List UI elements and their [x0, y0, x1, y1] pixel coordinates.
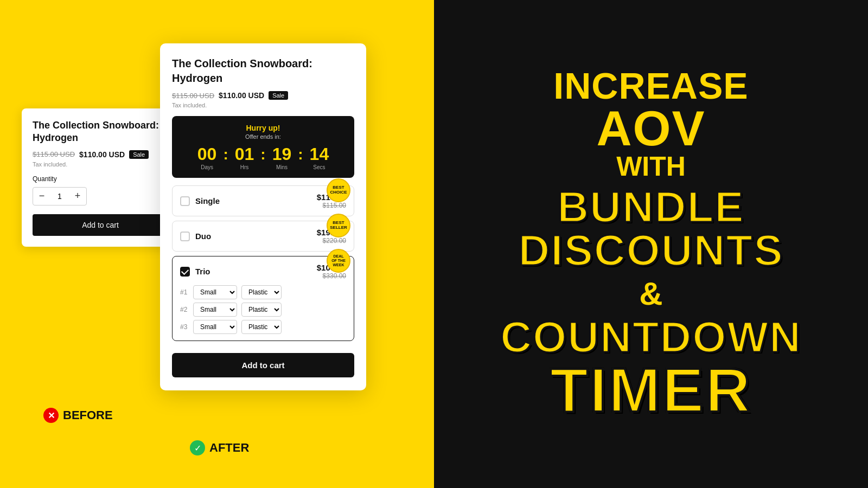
- countdown-secs: 14 Secs: [310, 145, 329, 170]
- countdown-digits: 00 Days : 01 Hrs : 19 Mins : 14 Secs: [181, 145, 346, 170]
- before-x-icon: ✕: [43, 408, 59, 423]
- variant-row-3: #3 Small Medium Large Plastic Metal Wood: [180, 320, 346, 334]
- after-tax-text: Tax included.: [172, 102, 354, 108]
- before-qty-value: 1: [50, 192, 69, 201]
- bundle-orig-price-trio: $330.00: [317, 272, 346, 280]
- variant-num-3: #3: [180, 323, 189, 331]
- after-card: The Collection Snowboard: Hydrogen $115.…: [160, 43, 366, 390]
- variant-row-2: #2 Small Medium Large Plastic Metal Wood: [180, 303, 346, 317]
- countdown-days-label: Days: [201, 164, 213, 170]
- headline-countdown: COUNTDOWN: [500, 316, 802, 359]
- after-product-title: The Collection Snowboard: Hydrogen: [172, 56, 354, 86]
- offer-text: Offer ends in:: [181, 133, 346, 140]
- bundle-checkbox-duo[interactable]: [180, 232, 190, 241]
- before-label-text: BEFORE: [63, 408, 113, 422]
- variant-material-2[interactable]: Plastic Metal Wood: [241, 303, 282, 317]
- variant-row-1: #1 Small Medium Large Plastic Metal Wood: [180, 285, 346, 299]
- before-qty-plus[interactable]: +: [69, 188, 86, 205]
- right-panel: INCREASE AOV WITH BUNDLE DISCOUNTS & COU…: [434, 0, 868, 488]
- headline-aov: AOV: [596, 104, 705, 153]
- after-sale-price: $110.00 USD: [219, 91, 264, 100]
- before-qty-stepper[interactable]: − 1 +: [33, 187, 87, 206]
- countdown-secs-label: Secs: [313, 164, 325, 170]
- countdown-days-num: 00: [197, 145, 217, 163]
- countdown-days: 00 Days: [197, 145, 217, 170]
- bundle-option-trio[interactable]: DEALOF THEWEEK Trio $100.00 $330.00 #1 S…: [172, 256, 354, 341]
- headline-discounts: DISCOUNTS: [518, 229, 783, 272]
- bundle-checkbox-trio[interactable]: [180, 267, 190, 277]
- before-product-title: The Collection Snowboard: Hydrogen: [33, 119, 168, 145]
- badge-best-choice: BESTCHOICE: [327, 178, 350, 202]
- before-card: The Collection Snowboard: Hydrogen $115.…: [22, 108, 179, 247]
- headline-increase: INCREASE: [553, 67, 748, 104]
- before-original-price: $115.00 USD: [33, 150, 75, 158]
- countdown-mins: 19 Mins: [272, 145, 292, 170]
- countdown-hours-num: 01: [235, 145, 254, 163]
- bundle-option-duo[interactable]: BESTSELLER Duo $198.00 $220.00: [172, 221, 354, 252]
- variant-size-3[interactable]: Small Medium Large: [193, 320, 237, 334]
- before-qty-minus[interactable]: −: [33, 188, 50, 205]
- headline-bundle: BUNDLE: [557, 185, 744, 229]
- variant-num-1: #1: [180, 288, 189, 296]
- bundle-checkbox-single[interactable]: [180, 196, 190, 206]
- bundle-orig-price-duo: $220.00: [317, 237, 346, 245]
- countdown-hours: 01 Hrs: [235, 145, 254, 170]
- after-sale-badge: Sale: [269, 91, 288, 100]
- after-add-to-cart-button[interactable]: Add to cart: [172, 353, 354, 377]
- countdown-mins-label: Mins: [276, 164, 288, 170]
- variant-rows: #1 Small Medium Large Plastic Metal Wood…: [180, 285, 346, 334]
- countdown-sep-3: :: [298, 147, 303, 170]
- countdown-box: Hurry up! Offer ends in: 00 Days : 01 Hr…: [172, 116, 354, 178]
- variant-material-1[interactable]: Plastic Metal Wood: [241, 285, 282, 299]
- bundle-name-single: Single: [195, 196, 311, 206]
- before-sale-badge: Sale: [129, 150, 149, 159]
- headline-with: WITH: [616, 153, 686, 180]
- before-label: ✕ BEFORE: [43, 408, 113, 423]
- badge-best-seller: BESTSELLER: [327, 214, 350, 237]
- variant-num-2: #2: [180, 306, 189, 313]
- bundle-orig-price-single: $115.00: [317, 202, 346, 209]
- variant-size-2[interactable]: Small Medium Large: [193, 303, 237, 317]
- countdown-secs-num: 14: [310, 145, 329, 163]
- bundle-option-single[interactable]: BESTCHOICE Single $110.00 $115.00: [172, 185, 354, 216]
- bundle-name-trio: Trio: [195, 267, 311, 276]
- before-tax-text: Tax included.: [33, 161, 168, 168]
- after-original-price: $115.00 USD: [172, 92, 214, 100]
- after-label: ✓ AFTER: [190, 440, 249, 455]
- after-label-text: AFTER: [209, 441, 249, 455]
- hurry-text: Hurry up!: [181, 124, 346, 132]
- variant-material-3[interactable]: Plastic Metal Wood: [241, 320, 282, 334]
- countdown-sep-1: :: [223, 147, 228, 170]
- countdown-sep-2: :: [260, 147, 265, 170]
- before-sale-price: $110.00 USD: [79, 150, 125, 159]
- after-check-icon: ✓: [190, 440, 205, 455]
- headline-timer: TIMER: [550, 359, 752, 421]
- before-qty-label: Quantity: [33, 175, 168, 183]
- bundle-name-duo: Duo: [195, 232, 311, 241]
- before-add-to-cart-button[interactable]: Add to cart: [33, 214, 168, 236]
- countdown-mins-num: 19: [272, 145, 292, 163]
- badge-deal-week: DEALOF THEWEEK: [327, 249, 350, 273]
- headline-ampersand: &: [639, 278, 662, 310]
- countdown-hours-label: Hrs: [240, 164, 249, 170]
- left-panel: The Collection Snowboard: Hydrogen $115.…: [0, 0, 434, 488]
- variant-size-1[interactable]: Small Medium Large: [193, 285, 237, 299]
